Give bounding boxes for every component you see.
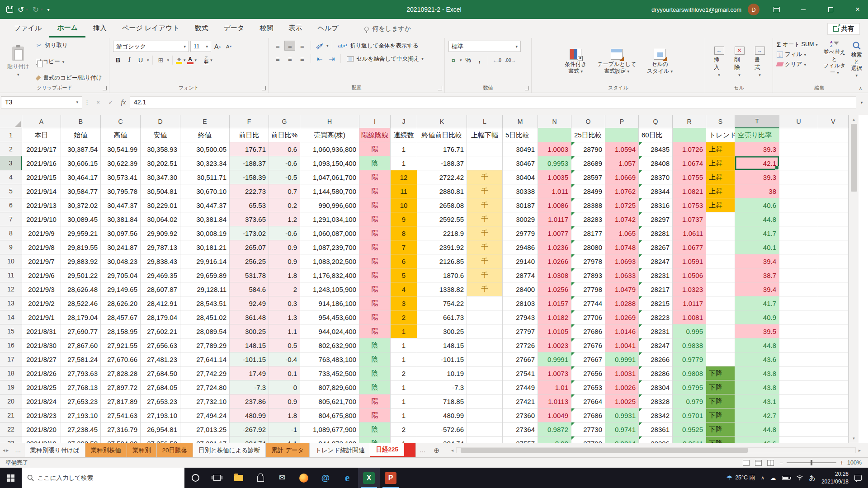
cell-E6[interactable]: 30,447.37 bbox=[180, 198, 230, 212]
cell-N22[interactable]: 0.9872 bbox=[538, 422, 571, 436]
cell-C20[interactable]: 27,817.89 bbox=[101, 394, 141, 408]
column-header-N[interactable]: N bbox=[538, 115, 571, 128]
cell-O16[interactable]: 27676 bbox=[571, 338, 605, 352]
cell-M14[interactable]: 27943 bbox=[503, 310, 538, 324]
cell-F20[interactable]: 237.86 bbox=[230, 394, 269, 408]
cell-F13[interactable]: 92.49 bbox=[230, 296, 269, 310]
cell-B4[interactable]: 30,464.17 bbox=[61, 170, 101, 184]
cell-D10[interactable]: 29,838.43 bbox=[141, 254, 180, 268]
cell-H3[interactable]: 1,093,150,400 bbox=[300, 156, 359, 170]
format-cells-button[interactable]: ↔書式▾ bbox=[750, 41, 770, 83]
ribbon-tab-表示[interactable]: 表示 bbox=[281, 19, 310, 38]
cell-P16[interactable]: 1.0041 bbox=[605, 338, 639, 352]
cell-S23[interactable]: 下降 bbox=[706, 436, 735, 443]
cell-J12[interactable]: 4 bbox=[391, 282, 417, 296]
cell-P5[interactable]: 1.0762 bbox=[605, 184, 639, 198]
cell-S11[interactable] bbox=[706, 268, 735, 282]
cell-T18[interactable]: 43.8 bbox=[735, 366, 779, 380]
wrap-text-button[interactable]: ab↵折り返して全体を表示する bbox=[338, 42, 419, 50]
cell-G2[interactable]: 0.6 bbox=[269, 142, 300, 156]
cell-P18[interactable]: 1.0031 bbox=[605, 366, 639, 380]
cell-B9[interactable]: 29,819.55 bbox=[61, 240, 101, 254]
hscroll-right-icon[interactable]: ▸ bbox=[856, 448, 863, 453]
cell-D18[interactable]: 27,684.50 bbox=[141, 366, 180, 380]
cell-N13[interactable]: 1.0157 bbox=[538, 296, 571, 310]
cell-D17[interactable]: 27,481.23 bbox=[141, 352, 180, 366]
cell-A8[interactable]: 2021/9/9 bbox=[22, 226, 61, 240]
cell-O18[interactable]: 27656 bbox=[571, 366, 605, 380]
cell-I2[interactable]: 陽 bbox=[359, 142, 391, 156]
cell-S2[interactable]: 上昇 bbox=[706, 142, 735, 156]
cell-P2[interactable]: 1.0594 bbox=[605, 142, 639, 156]
sheet-tab-業種別張り付けば[interactable]: 業種別張り付けば bbox=[25, 443, 85, 457]
ribbon-tab-ページ レイアウト[interactable]: ページ レイアウト bbox=[114, 19, 187, 38]
cell-U10[interactable] bbox=[779, 254, 818, 268]
column-header-B[interactable]: B bbox=[61, 115, 101, 128]
cell-R20[interactable]: 0.979 bbox=[673, 394, 706, 408]
cell-K22[interactable]: -572.66 bbox=[417, 422, 467, 436]
cell-K6[interactable]: 2658.08 bbox=[417, 198, 467, 212]
column-header-G[interactable]: G bbox=[269, 115, 300, 128]
cell-A6[interactable]: 2021/9/13 bbox=[22, 198, 61, 212]
column-header-C[interactable]: C bbox=[101, 115, 141, 128]
cell-F6[interactable]: 65.53 bbox=[230, 198, 269, 212]
cell-T23[interactable]: 46.6 bbox=[735, 436, 779, 443]
cell-S19[interactable]: 下降 bbox=[706, 380, 735, 394]
cell-M20[interactable]: 27421 bbox=[503, 394, 538, 408]
cell-M19[interactable]: 27449 bbox=[503, 380, 538, 394]
hscroll-left-icon[interactable]: ◂ bbox=[448, 448, 456, 453]
column-header-J[interactable]: J bbox=[391, 115, 417, 128]
cut-button[interactable]: ✂切り取り bbox=[36, 42, 102, 49]
column-header-D[interactable]: D bbox=[141, 115, 180, 128]
zoom-in-button[interactable]: + bbox=[840, 459, 844, 466]
cell-F5[interactable]: 222.73 bbox=[230, 184, 269, 198]
cell-R2[interactable]: 1.0726 bbox=[673, 142, 706, 156]
column-header-F[interactable]: F bbox=[230, 115, 269, 128]
cell-I5[interactable]: 陽 bbox=[359, 184, 391, 198]
cell-K2[interactable]: 176.71 bbox=[417, 142, 467, 156]
tell-me-search[interactable]: 何をしますか bbox=[364, 25, 411, 33]
cell-O23[interactable]: 27799 bbox=[571, 436, 605, 443]
cell-D6[interactable]: 30,229.01 bbox=[141, 198, 180, 212]
sort-filter-button[interactable]: AZ 並べ替えとフィルター ▾ bbox=[822, 41, 847, 79]
cell-I19[interactable]: 陰 bbox=[359, 380, 391, 394]
fill-color-dropdown-icon[interactable]: ▾ bbox=[184, 58, 186, 62]
cell-I16[interactable]: 陰 bbox=[359, 338, 391, 352]
cell-S8[interactable] bbox=[706, 226, 735, 240]
cell-N3[interactable]: 0.9953 bbox=[538, 156, 571, 170]
cell-H13[interactable]: 914,186,100 bbox=[300, 296, 359, 310]
cell-N12[interactable]: 1.0256 bbox=[538, 282, 571, 296]
cell-B20[interactable]: 27,653.23 bbox=[61, 394, 101, 408]
cell-I10[interactable]: 陽 bbox=[359, 254, 391, 268]
cell-O12[interactable]: 27798 bbox=[571, 282, 605, 296]
borders-button[interactable]: ⊞ bbox=[156, 55, 166, 65]
header-cell-N1[interactable] bbox=[538, 128, 571, 142]
cell-A22[interactable]: 2021/8/20 bbox=[22, 422, 61, 436]
cell-I12[interactable]: 陽 bbox=[359, 282, 391, 296]
cell-F11[interactable]: 531.78 bbox=[230, 268, 269, 282]
cell-S15[interactable] bbox=[706, 324, 735, 338]
cell-N9[interactable]: 1.0236 bbox=[538, 240, 571, 254]
cell-S4[interactable]: 上昇 bbox=[706, 170, 735, 184]
cell-T13[interactable]: 41.7 bbox=[735, 296, 779, 310]
cell-K5[interactable]: 2880.81 bbox=[417, 184, 467, 198]
cell-H8[interactable]: 1,060,087,000 bbox=[300, 226, 359, 240]
cell-L4[interactable]: 千 bbox=[467, 170, 503, 184]
row-header-11[interactable]: 11 bbox=[0, 268, 22, 282]
header-cell-R1[interactable] bbox=[673, 128, 706, 142]
cell-M4[interactable]: 30404 bbox=[503, 170, 538, 184]
cell-P4[interactable]: 1.0669 bbox=[605, 170, 639, 184]
cell-Q6[interactable]: 28316 bbox=[639, 198, 673, 212]
cell-S10[interactable] bbox=[706, 254, 735, 268]
close-button[interactable]: × bbox=[847, 0, 868, 19]
cell-I3[interactable]: 陰 bbox=[359, 156, 391, 170]
row-header-15[interactable]: 15 bbox=[0, 324, 22, 338]
cell-E2[interactable]: 30,500.05 bbox=[180, 142, 230, 156]
cell-A10[interactable]: 2021/9/7 bbox=[22, 254, 61, 268]
cell-T19[interactable]: 43.8 bbox=[735, 380, 779, 394]
cell-L22[interactable] bbox=[467, 422, 503, 436]
header-cell-P1[interactable] bbox=[605, 128, 639, 142]
cell-C22[interactable]: 27,316.79 bbox=[101, 422, 141, 436]
column-header-H[interactable]: H bbox=[300, 115, 359, 128]
decrease-indent-button[interactable]: ⇤ bbox=[314, 54, 325, 64]
